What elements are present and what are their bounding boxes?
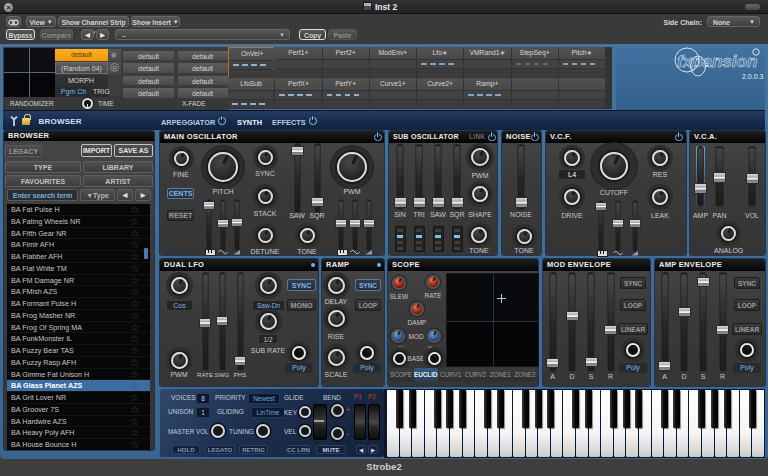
svg-text:fxpansion: fxpansion [677,52,757,71]
svg-text:2.0.0.3: 2.0.0.3 [742,73,764,80]
